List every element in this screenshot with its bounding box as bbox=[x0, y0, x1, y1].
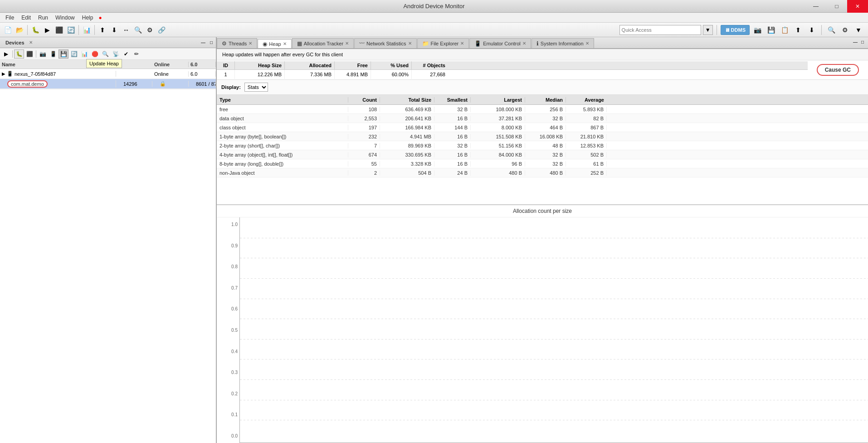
quick-access-input[interactable] bbox=[619, 25, 701, 35]
type-cell-1-6: 82 B bbox=[566, 116, 607, 121]
dev-btn-inspect[interactable]: 🔍 bbox=[100, 49, 110, 59]
menu-window[interactable]: Window bbox=[52, 14, 78, 22]
type-cell-7-4: 480 B bbox=[471, 170, 525, 176]
tab-threads-close[interactable]: ✕ bbox=[249, 41, 252, 46]
y-0.1: 0.1 bbox=[219, 412, 238, 417]
network-icon: 〰 bbox=[359, 40, 365, 47]
dev-btn-extra[interactable]: ✏ bbox=[132, 49, 141, 59]
toolbar-search-btn[interactable]: 🔍 bbox=[826, 25, 837, 35]
col-average: Average bbox=[566, 97, 607, 103]
toolbar-btn-11[interactable]: 🔍 bbox=[132, 25, 143, 35]
ddms-button[interactable]: 🖥 DDMS bbox=[721, 25, 750, 35]
device-row-nexus[interactable]: ▶ 📱 nexus_7-05f84d87 Online 6.0 bbox=[0, 69, 216, 79]
toolbar-copy-btn[interactable]: 📋 bbox=[779, 25, 790, 35]
tab-network-close[interactable]: ✕ bbox=[408, 41, 412, 46]
type-cell-3-3: 16 B bbox=[434, 134, 471, 139]
minimize-button[interactable]: — bbox=[805, 0, 826, 13]
title-bar: Android Device Monitor — □ ✕ bbox=[0, 0, 868, 13]
tab-sysinfo[interactable]: ℹ System Information ✕ bbox=[532, 38, 594, 48]
right-panel-tab-controls: — □ bbox=[852, 38, 866, 45]
menu-help[interactable]: Help bbox=[78, 14, 97, 22]
tab-heap-close[interactable]: ✕ bbox=[283, 41, 287, 46]
toolbar-btn-10[interactable]: ↔ bbox=[121, 25, 132, 35]
tab-sysinfo-close[interactable]: ✕ bbox=[585, 41, 589, 46]
device-icon: 📱 bbox=[7, 71, 13, 77]
allocation-icon: ▦ bbox=[297, 40, 302, 47]
dev-btn-check[interactable]: ✔ bbox=[121, 49, 131, 59]
dev-btn-gc[interactable]: 🔄 bbox=[69, 49, 79, 59]
toolbar-btn-3[interactable]: 🐛 bbox=[30, 25, 41, 35]
type-col-headers: Type Count Total Size Smallest Largest M… bbox=[217, 95, 868, 105]
dev-btn-debug[interactable]: 🐛 bbox=[14, 49, 24, 59]
toolbar-btn-13[interactable]: 🔗 bbox=[156, 25, 167, 35]
panel-maximize-btn[interactable]: □ bbox=[208, 39, 215, 46]
toolbar-btn-1[interactable]: 📄 bbox=[2, 25, 13, 35]
tab-emulator[interactable]: 📱 Emulator Control ✕ bbox=[469, 38, 531, 48]
tab-network[interactable]: 〰 Network Statistics ✕ bbox=[354, 38, 416, 48]
tab-heap[interactable]: ◉ Heap ✕ bbox=[258, 39, 291, 49]
menu-file[interactable]: File bbox=[2, 14, 18, 22]
dev-btn-update[interactable]: 📊 bbox=[79, 49, 89, 59]
dev-btn-network[interactable]: 📡 bbox=[111, 49, 121, 59]
toolbar-btn-4[interactable]: ▶ bbox=[42, 25, 53, 35]
toolbar-screenshot-btn[interactable]: 📷 bbox=[752, 25, 763, 35]
toolbar-gear-btn[interactable]: ⚙ bbox=[839, 25, 850, 35]
heap-empty-space bbox=[217, 177, 868, 205]
toolbar-more-btn[interactable]: ▼ bbox=[853, 25, 864, 35]
panel-min-btn[interactable]: — bbox=[852, 38, 859, 45]
toolbar-save-btn[interactable]: 💾 bbox=[766, 25, 776, 35]
maximize-button[interactable]: □ bbox=[826, 0, 847, 13]
toolbar-btn-9[interactable]: ⬇ bbox=[109, 25, 120, 35]
grid-line-4 bbox=[240, 299, 868, 299]
gc-col-pct: % Used bbox=[371, 61, 412, 69]
type-cell-2-4: 8.000 KB bbox=[471, 125, 525, 130]
close-button[interactable]: ✕ bbox=[847, 0, 868, 13]
tab-network-label: Network Statistics bbox=[366, 41, 406, 46]
quick-access-button[interactable]: ▼ bbox=[703, 25, 713, 35]
tab-allocation[interactable]: ▦ Allocation Tracker ✕ bbox=[292, 38, 354, 48]
toolbar-up-btn[interactable]: ⬆ bbox=[793, 25, 804, 35]
gc-val-pct: 60.00% bbox=[371, 70, 412, 79]
dev-btn-screen2[interactable]: 📱 bbox=[48, 49, 58, 59]
type-cell-2-5: 464 B bbox=[525, 125, 566, 130]
toolbar-btn-6[interactable]: 🔄 bbox=[65, 25, 76, 35]
devices-panel-tab-bar: Devices ✕ — □ bbox=[0, 37, 216, 48]
dev-sep-1 bbox=[12, 50, 13, 58]
dev-btn-screenshot[interactable]: 📷 bbox=[38, 49, 48, 59]
dev-btn-stop[interactable]: ⬛ bbox=[24, 49, 34, 59]
toolbar-btn-8[interactable]: ⬆ bbox=[97, 25, 108, 35]
type-cell-0-5: 256 B bbox=[525, 107, 566, 112]
panel-max-btn[interactable]: □ bbox=[859, 38, 866, 45]
gc-val-allocated: 7.336 MB bbox=[285, 70, 335, 79]
menu-run[interactable]: Run bbox=[34, 14, 52, 22]
dev-btn-heap[interactable]: 💾 bbox=[59, 49, 68, 59]
type-cell-4-3: 32 B bbox=[434, 143, 471, 148]
tab-threads-label: Threads bbox=[229, 41, 247, 46]
type-cell-1-3: 16 B bbox=[434, 116, 471, 121]
tab-threads[interactable]: ⚙ Threads ✕ bbox=[217, 38, 257, 48]
type-cell-6-4: 96 B bbox=[471, 161, 525, 167]
grid-line-8 bbox=[240, 379, 868, 380]
menu-edit[interactable]: Edit bbox=[18, 14, 34, 22]
panel-minimize-btn[interactable]: — bbox=[200, 39, 207, 46]
tab-file-close[interactable]: ✕ bbox=[460, 41, 464, 46]
tab-file-explorer[interactable]: 📁 File Explorer ✕ bbox=[417, 38, 469, 48]
toolbar-sep-2 bbox=[78, 25, 79, 35]
toolbar-btn-5[interactable]: ⬛ bbox=[54, 25, 64, 35]
tab-allocation-close[interactable]: ✕ bbox=[345, 41, 349, 46]
toolbar-btn-12[interactable]: ⚙ bbox=[144, 25, 155, 35]
type-cell-4-6: 12.853 KB bbox=[566, 143, 607, 148]
type-cell-6-5: 32 B bbox=[525, 161, 566, 167]
toolbar-btn-2[interactable]: 📂 bbox=[14, 25, 25, 35]
toolbar-down-btn[interactable]: ⬇ bbox=[806, 25, 817, 35]
window-controls: — □ ✕ bbox=[805, 0, 868, 13]
cause-gc-button[interactable]: Cause GC bbox=[817, 64, 859, 76]
display-select[interactable]: Stats bbox=[244, 83, 268, 92]
tab-emulator-close[interactable]: ✕ bbox=[522, 41, 526, 46]
dev-btn-expand[interactable]: ▶ bbox=[1, 49, 11, 59]
col-online: Online bbox=[152, 62, 189, 67]
display-label: Display: bbox=[221, 84, 241, 90]
app-row[interactable]: com.mat.demo 14296 🔒 8601 / 87... bbox=[0, 79, 216, 89]
dev-btn-stop2[interactable]: 🛑 bbox=[90, 49, 100, 59]
toolbar-btn-7[interactable]: 📊 bbox=[81, 25, 92, 35]
